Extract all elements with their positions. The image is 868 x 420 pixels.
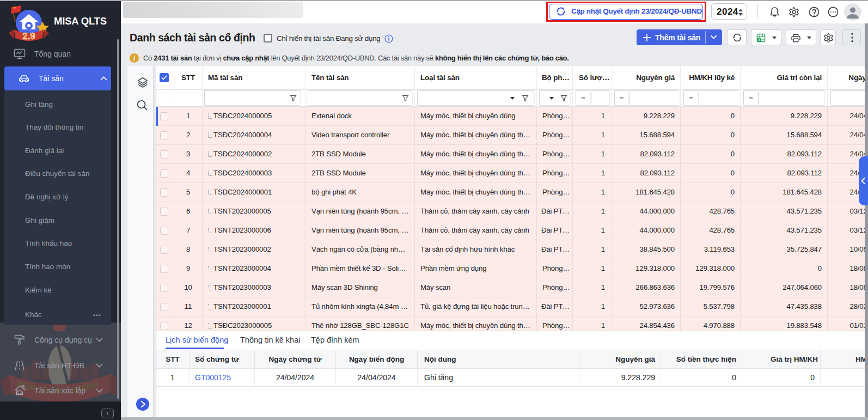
svg-text:2.9: 2.9: [22, 31, 35, 41]
svg-text:x: x: [758, 38, 760, 41]
